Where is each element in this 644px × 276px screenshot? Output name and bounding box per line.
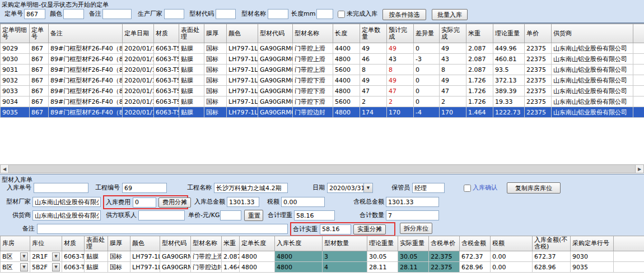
order-cell: GA90GRM03 <box>258 43 293 54</box>
length-filter-input[interactable] <box>316 9 333 19</box>
factory-label: 型材厂家 <box>3 197 31 207</box>
chevron-down-icon[interactable]: ▼ <box>52 252 60 261</box>
order-cell: 国标 <box>204 43 227 54</box>
tax-input[interactable] <box>281 197 325 207</box>
supplier-input[interactable] <box>32 210 101 220</box>
column-header: 理论重量 <box>493 24 525 43</box>
inbound-confirm-checkbox[interactable] <box>464 185 471 192</box>
theory-weight-label: 合计理重 <box>264 210 292 220</box>
weight-share-button[interactable]: 实重分摊 <box>353 224 386 234</box>
project-no-input[interactable] <box>122 183 167 193</box>
color-filter-input[interactable] <box>63 9 84 19</box>
reset-button[interactable]: 重置 <box>244 210 263 221</box>
total-qty-input[interactable] <box>386 210 439 220</box>
filter-by-condition-button[interactable]: 按条件筛选 <box>382 9 426 20</box>
split-location-button[interactable]: 拆分库位 <box>400 223 432 234</box>
order-cell: 2 <box>440 96 466 107</box>
order-cell: 9030 <box>1 54 30 65</box>
column-header: 颜色 <box>227 24 258 43</box>
manufacturer-filter-input[interactable] <box>164 9 184 19</box>
profile-code-filter-input[interactable] <box>216 9 236 19</box>
inbound-row-9035[interactable]: B区▼5B2F▼6063-T5贴膜国标LH797-1LL0GA90GRM05门带… <box>1 262 644 273</box>
project-name-input[interactable] <box>214 183 288 193</box>
order-row-9031[interactable]: 903186789#门框型材F26-F40（866+867）2020/01/13… <box>1 65 644 75</box>
order-cell: 4800 <box>333 54 360 65</box>
location-combo[interactable]: 2R1F▼ <box>30 251 62 262</box>
factory-input[interactable] <box>32 197 101 207</box>
order-cell: 49 <box>360 75 387 86</box>
order-no-input[interactable] <box>24 9 45 19</box>
actual-weight-label: 合计实重 <box>293 225 318 233</box>
order-cell <box>633 75 644 86</box>
order-cell: 山东南山铝业股份有限公司 <box>552 65 633 75</box>
theory-weight-input[interactable] <box>294 210 335 220</box>
actual-weight-highlight-box: 合计实重 实重分摊 <box>290 222 395 236</box>
combo-value: 2R1F <box>32 253 48 260</box>
order-cell: 49 <box>387 75 414 86</box>
order-row-9032[interactable]: 903286789#门框型材F26-F40（866+867）2020/01/13… <box>1 75 644 86</box>
column-header: 长度 <box>333 24 360 43</box>
order-cell: 2020/01/13 <box>123 86 154 96</box>
inbound-fee-input[interactable] <box>133 197 156 208</box>
order-cell: 山东南山铝业股份有限公司 <box>552 54 633 65</box>
order-cell: LH797-1LL0 <box>227 43 258 54</box>
column-header: 实际完成 <box>440 24 466 43</box>
scrollbar-thumb[interactable] <box>9 164 635 173</box>
column-header: 型材名称 <box>191 236 222 251</box>
order-grid-hscrollbar[interactable]: ◀ ▶ <box>0 164 644 173</box>
inbound-cell: 30.05 <box>398 251 429 262</box>
order-cell <box>633 86 644 96</box>
order-cell: LH797-1LL0 <box>227 107 258 118</box>
scroll-left-icon[interactable]: ◀ <box>0 164 9 173</box>
total-amount-input[interactable] <box>227 197 259 207</box>
inbound-no-input[interactable] <box>34 183 88 193</box>
inbound-cell: 628.96 <box>533 262 571 273</box>
order-cell <box>633 96 644 107</box>
chevron-down-icon[interactable]: ▼ <box>20 263 28 272</box>
order-row-9035[interactable]: 903586789#门框型材F26-F40（866+867）2020/01/13… <box>1 107 644 118</box>
inbound-row-9030[interactable]: B区▼2R1F▼6063-T5贴膜国标LH797-1LL0GA90GRM03门带… <box>1 251 644 262</box>
actual-weight-input[interactable] <box>320 224 351 234</box>
order-row-9030[interactable]: 903086789#门框型材F26-F40（866+867）2020/01/13… <box>1 54 644 65</box>
order-cell: 2 <box>387 96 414 107</box>
remark-filter-input[interactable] <box>102 9 132 19</box>
warehouse-combo[interactable]: B区▼ <box>1 262 30 273</box>
supplier-contact-input[interactable] <box>138 210 185 220</box>
scroll-right-icon[interactable]: ▶ <box>635 164 644 173</box>
order-filter-bar: 定单号 颜色 备注 生产厂家 型材代码 型材名称 长度mm 未完成入库 按条件筛… <box>0 9 644 22</box>
chevron-down-icon[interactable]: ▼ <box>20 252 28 261</box>
order-cell: 93.5 <box>493 65 525 75</box>
column-header: 材质 <box>62 236 85 251</box>
date-label: 日期 <box>309 183 325 193</box>
column-header <box>614 236 644 251</box>
warehouse-combo[interactable]: B区▼ <box>1 251 30 262</box>
order-cell: 8 <box>360 65 387 75</box>
date-dropdown-icon[interactable]: ▼ <box>363 183 373 193</box>
column-header: 定单数量 <box>360 24 387 43</box>
order-cell: 2.087 <box>466 65 493 75</box>
column-header: 含税单价 <box>429 236 460 251</box>
order-row-9029[interactable]: 902986789#门框型材F26-F40（866+867）2020/01/13… <box>1 43 644 54</box>
location-combo[interactable]: 5B2F▼ <box>30 262 62 273</box>
batch-inbound-button[interactable]: 批量入库 <box>432 9 468 20</box>
unit-price-input[interactable] <box>220 210 241 220</box>
inbound-remark-input[interactable] <box>37 224 288 234</box>
tax-total-input[interactable] <box>386 197 439 207</box>
fee-share-button[interactable]: 费用分摊 <box>158 197 191 208</box>
inbound-grid-header-row: 库房库位材质表面处理膜厚颜色型材代码型材名称米重定单长度入库长度型材数量理论重量… <box>1 236 644 251</box>
order-row-9033[interactable]: 903386789#门框型材F26-F40（866+867）2020/01/13… <box>1 86 644 96</box>
keeper-input[interactable] <box>412 183 445 193</box>
profile-name-filter-input[interactable] <box>268 9 288 19</box>
tax-label: 税额 <box>264 197 279 207</box>
copy-warehouse-location-button[interactable]: 复制库房库位 <box>507 182 561 194</box>
profile-code-filter-label: 型材代码 <box>186 9 214 19</box>
unfinished-inbound-checkbox[interactable] <box>338 11 345 18</box>
column-header: 膜厚 <box>108 236 130 251</box>
order-cell: 867 <box>30 107 49 118</box>
order-row-9034[interactable]: 903486789#门框型材F26-F40（866+867）2020/01/13… <box>1 96 644 107</box>
chevron-down-icon[interactable]: ▼ <box>52 263 60 272</box>
inbound-cell: 贴膜 <box>85 251 108 262</box>
unfinished-inbound-label: 未完成入库 <box>347 9 380 19</box>
remark-filter-label: 备注 <box>87 9 101 19</box>
inbound-cell: 22.375 <box>429 251 460 262</box>
